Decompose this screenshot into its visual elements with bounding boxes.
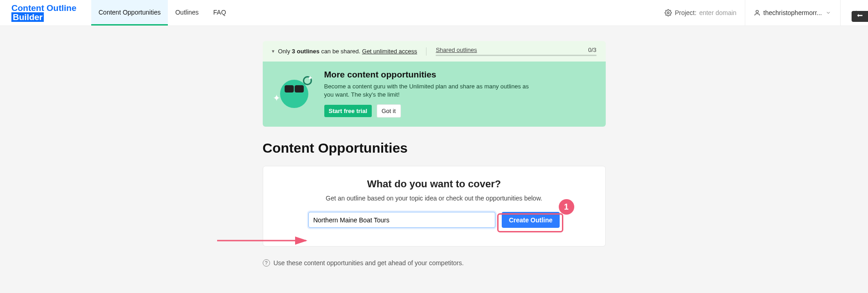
header-right: Project: enter domain thechristophermorr…: [656, 0, 868, 26]
svg-point-0: [667, 12, 669, 14]
project-label: Project:: [675, 9, 696, 16]
gear-icon: [665, 9, 672, 16]
feedback-icon: [856, 12, 864, 21]
share-limit-notice: ▾ Only 3 outlines can be shared. Get unl…: [263, 41, 606, 62]
create-outline-button[interactable]: Create Outline: [502, 212, 560, 228]
app-header: Content Outline Builder Content Opportun…: [0, 0, 868, 26]
chevron-down-icon[interactable]: ▾: [272, 48, 275, 54]
nav-content-opportunities[interactable]: Content Opportunities: [91, 0, 168, 26]
logo-line1: Content Outline: [11, 3, 76, 13]
shared-outlines-meter: Shared outlines 0/3: [436, 46, 596, 56]
shared-outlines-count: 0/3: [588, 46, 596, 53]
cover-subtitle: Get an outline based on your topic idea …: [277, 195, 592, 202]
project-selector[interactable]: Project: enter domain: [656, 0, 744, 26]
logo[interactable]: Content Outline Builder: [0, 0, 91, 26]
notice-text: Only 3 outlines can be shared. Get unlim…: [278, 48, 417, 55]
hint-text: Use these content opportunities and get …: [274, 259, 464, 267]
user-menu[interactable]: thechristophermorr...: [745, 0, 840, 26]
progress-track: [436, 55, 596, 56]
separator: [426, 47, 426, 56]
help-icon[interactable]: ?: [263, 259, 270, 267]
page-title: Content Opportunities: [263, 140, 606, 156]
nav-faq[interactable]: FAQ: [206, 0, 234, 26]
promo-title: More content opportunities: [324, 70, 539, 80]
promo-banner: ✦ ✦ More content opportunities Become a …: [263, 62, 606, 127]
promo-text: Become a content guru with the Unlimited…: [324, 82, 539, 99]
start-trial-button[interactable]: Start free trial: [324, 105, 372, 117]
promo-illustration: ✦ ✦: [272, 70, 315, 113]
svg-point-1: [756, 10, 758, 13]
main-nav: Content Opportunities Outlines FAQ: [91, 0, 234, 26]
unlimited-access-link[interactable]: Get unlimited access: [362, 48, 417, 55]
topic-input[interactable]: [308, 212, 495, 228]
main-content: ▾ Only 3 outlines can be shared. Get unl…: [77, 26, 792, 267]
topic-input-row: Create Outline: [277, 212, 592, 228]
feedback-tab[interactable]: [852, 11, 868, 22]
chevron-down-icon: [825, 9, 832, 16]
cover-title: What do you want to cover?: [277, 178, 592, 190]
topic-card: What do you want to cover? Get an outlin…: [263, 166, 606, 247]
promo-body: More content opportunities Become a cont…: [324, 70, 539, 118]
annotation-badge: 1: [559, 199, 574, 215]
logo-text: Content Outline Builder: [11, 4, 76, 22]
user-name: thechristophermorr...: [764, 9, 822, 16]
shared-outlines-link[interactable]: Shared outlines: [436, 46, 477, 53]
annotation-arrow: [217, 236, 313, 245]
project-value: enter domain: [699, 9, 737, 16]
dismiss-promo-button[interactable]: Got it: [377, 104, 401, 118]
logo-line2: Builder: [11, 12, 44, 22]
nav-outlines[interactable]: Outlines: [168, 0, 206, 26]
hint-row: ? Use these content opportunities and ge…: [263, 259, 606, 267]
user-icon: [754, 9, 761, 16]
